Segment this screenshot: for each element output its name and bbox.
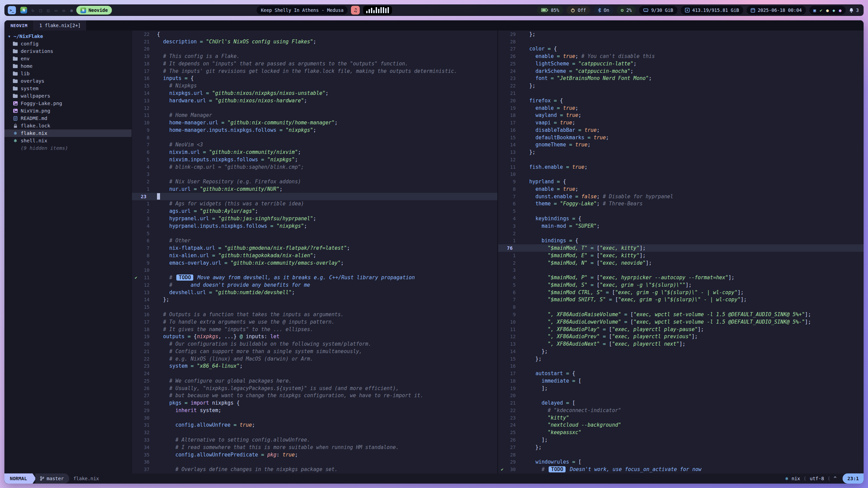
code-line[interactable]: 17 # To handle extra arguments we use th… xyxy=(132,318,497,326)
music-title-pill[interactable]: Keep Shelly In Athens - Medusa xyxy=(257,6,348,15)
code-line[interactable]: 23 xyxy=(132,193,497,200)
code-line[interactable]: 11 # Home Manager xyxy=(132,111,497,119)
clock-module[interactable]: 2025-06-18 00:04 xyxy=(747,6,806,15)
active-window-pill[interactable]: N Neovide xyxy=(76,6,112,15)
tree-item-flake.lock[interactable]: flake.lock xyxy=(4,122,132,129)
code-line[interactable]: 17 autostart = { xyxy=(498,370,864,377)
code-line[interactable]: 24 xyxy=(132,370,497,377)
code-line[interactable]: 6 "$mainMod CTRL, S" = ["exec, grim -g \… xyxy=(498,289,864,296)
code-line[interactable]: 14 }; xyxy=(132,296,497,304)
tree-item-system[interactable]: system xyxy=(4,85,132,92)
code-line[interactable]: 10 home-manager.url = "github:nix-commun… xyxy=(132,119,497,126)
code-line[interactable]: 1 nur.url = "github:nix-community/NUR"; xyxy=(132,185,497,193)
code-line[interactable]: 17 vaapi = true; xyxy=(498,119,864,126)
code-line[interactable]: 16 inputs = { xyxy=(132,75,497,82)
code-line[interactable]: 23 "kitty" xyxy=(498,414,864,422)
idle-inhibitor-module[interactable]: Off xyxy=(567,6,590,15)
code-line[interactable]: 8 xyxy=(498,303,864,311)
code-line[interactable]: 29 inherit system; xyxy=(132,407,497,414)
code-line[interactable]: 22 # "kdeconnect-indicator" xyxy=(498,407,864,414)
tree-item-env[interactable]: env xyxy=(4,55,132,62)
code-line[interactable]: 25 lightScheme = "catppuccin-latte"; xyxy=(498,60,864,67)
code-line[interactable]: 2 # Nix User Repository (e.g. Firefox ad… xyxy=(132,178,497,185)
code-line[interactable]: 9 emacs-overlay.url = "github:nix-commun… xyxy=(132,259,497,267)
code-line[interactable]: 28 xyxy=(498,451,864,459)
code-line[interactable]: 9 hyprland = { xyxy=(498,178,864,185)
workspace-7-icon[interactable]: ● xyxy=(70,8,73,13)
code-line[interactable]: 10 xyxy=(132,267,497,274)
code-line[interactable]: 26 # Usually, "nixpkgs.legacyPackages.${… xyxy=(132,385,497,392)
code-line[interactable]: 13 ", XF86AudioNext" = ["exec, playerctl… xyxy=(498,340,864,348)
code-line[interactable]: 19 # This config is a Flake. xyxy=(132,53,497,60)
tree-item-NixVim.png[interactable]: NixVim.png xyxy=(4,107,132,115)
buffer-tab[interactable]: 1 flake.nix[2+] xyxy=(34,20,86,30)
code-line[interactable]: 7 nix-flatpak.url = "github:gmodena/nix-… xyxy=(132,244,497,252)
status-teal-icon[interactable]: ◆ xyxy=(832,8,835,13)
code-line[interactable]: 4 # blink-cmp.url = "github:saghen/blink… xyxy=(132,163,497,171)
code-line[interactable]: 20 xyxy=(132,45,497,53)
code-line[interactable]: 27 color = { xyxy=(498,45,864,53)
disk-module[interactable]: 413.19/915.81 GiB xyxy=(681,6,743,15)
code-line[interactable]: 14 gnomeTheme = true; xyxy=(498,141,864,148)
code-line[interactable]: 23 system = "x86_64-linux"; xyxy=(132,362,497,370)
cpu-module[interactable]: ⚙ 2% xyxy=(617,6,636,15)
code-line[interactable]: 3 xyxy=(498,267,864,274)
code-line[interactable]: 7 dunst.enable = false; # Disable for hy… xyxy=(498,193,864,200)
code-line[interactable]: 5 xyxy=(132,230,497,237)
code-line[interactable]: 5 xyxy=(498,207,864,215)
code-line[interactable]: 37 # Overlays define changes in the nixp… xyxy=(132,466,497,473)
code-line[interactable]: 1 # Ags for widgets (this was a terrible… xyxy=(132,200,497,208)
workspace-2-icon[interactable]: ↻ xyxy=(32,8,34,13)
code-line[interactable]: 28 xyxy=(498,38,864,45)
code-line[interactable]: 9 ", XF86AudioRaiseVolume" = ["exec, wpc… xyxy=(498,311,864,318)
code-line[interactable]: 19 ]; xyxy=(498,385,864,392)
code-line[interactable]: 29 windowrules = [ xyxy=(498,458,864,466)
code-line[interactable]: 8 enable = true; xyxy=(498,185,864,193)
bluetooth-module[interactable]: On xyxy=(594,6,613,15)
code-line[interactable]: 4 keybindings = { xyxy=(498,215,864,222)
code-line[interactable]: 26 ]; xyxy=(498,436,864,444)
tree-item-wallpapers[interactable]: wallpapers xyxy=(4,92,132,100)
code-line[interactable]: 20 # Our configuration is buildable on t… xyxy=(132,340,497,348)
code-line[interactable]: 12 # and doesn't provide any benefits fo… xyxy=(132,281,497,289)
code-line[interactable]: 16 disableTabBar = true; xyxy=(498,126,864,134)
workspace-3-icon[interactable]: □ xyxy=(39,8,42,13)
code-line[interactable]: 3 hyprpanel.url = "github:jas-singhfsu/h… xyxy=(132,215,497,222)
tree-item-config[interactable]: config xyxy=(4,40,132,47)
battery-module[interactable]: 85% xyxy=(537,6,563,15)
code-line[interactable]: 18 immediate = [ xyxy=(498,377,864,385)
tree-item-shell.nix[interactable]: ❄shell.nix xyxy=(4,137,132,144)
tree-root[interactable]: ▾~/NixFlake xyxy=(4,33,132,40)
code-line[interactable]: 15 # Nixpkgs xyxy=(132,82,497,89)
workspace-6-icon[interactable]: ✉ xyxy=(62,8,65,13)
code-line[interactable]: 25 # We configure our global packages he… xyxy=(132,377,497,385)
code-line[interactable]: 13 hardware.url = "github:nixos/nixos-ha… xyxy=(132,97,497,104)
code-line[interactable]: 30 xyxy=(132,414,497,422)
code-line[interactable]: 13 }; xyxy=(498,148,864,156)
code-line[interactable]: 29 }; xyxy=(498,30,864,38)
tree-item-lib[interactable]: lib xyxy=(4,70,132,77)
code-line[interactable]: 34 # I read somewhere that this is more … xyxy=(132,444,497,451)
code-line[interactable]: 27 # but because we want to change the n… xyxy=(132,392,497,400)
code-line[interactable]: 12 xyxy=(132,104,497,112)
code-line[interactable]: 15 xyxy=(132,303,497,311)
code-line[interactable]: 18 # It gives the name "inputs" to the .… xyxy=(132,326,497,333)
tree-item-9hiddenitems[interactable]: (9 hidden items) xyxy=(4,144,132,152)
code-line[interactable]: 26 enable = true; # You can't disable th… xyxy=(498,53,864,60)
code-line[interactable]: 21 # Configs can support more than a sin… xyxy=(132,348,497,355)
code-line[interactable]: 6 nixvim.url = "github:nix-community/nix… xyxy=(132,148,497,156)
code-line[interactable]: 76 "$mainMod, T" = ["exec, kitty"]; xyxy=(498,244,864,252)
code-line[interactable]: 22 # e.g. NixOS (linux) and MacOS (darwi… xyxy=(132,355,497,363)
code-line[interactable]: 32 xyxy=(132,429,497,436)
code-line[interactable]: 35 config.allowUnfreePredicate = pkg: tr… xyxy=(132,451,497,459)
code-line[interactable]: 16 xyxy=(498,362,864,370)
code-line[interactable]: 10 xyxy=(498,171,864,178)
code-line[interactable]: 10 ", XF86AudioLowerVolume" = ["exec, wp… xyxy=(498,318,864,326)
git-branch-segment[interactable]: master xyxy=(35,473,70,484)
tree-item-flake.nix[interactable]: ❄flake.nix xyxy=(4,129,132,137)
code-line[interactable]: 33 # Alternative to setting config.allow… xyxy=(132,436,497,444)
editor-pane-left[interactable]: 22{21 description = "ChUrl's NixOS confi… xyxy=(132,30,497,473)
code-line[interactable]: 2 ags.url = "github:Aylur/ags"; xyxy=(132,207,497,215)
code-line[interactable]: 24 darkScheme = "catppuccin-mocha"; xyxy=(498,67,864,75)
notifications-module[interactable]: 3 xyxy=(849,7,860,13)
